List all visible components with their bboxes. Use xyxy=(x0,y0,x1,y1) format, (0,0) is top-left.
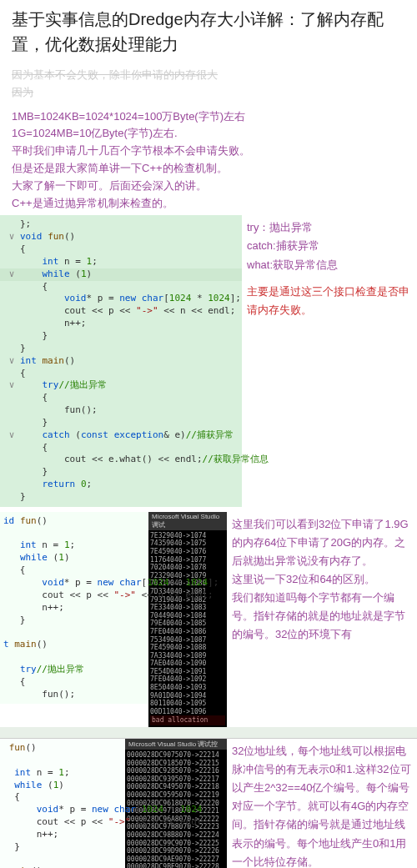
intro-l4: 但是还是跟大家简单讲一下C++的检查机制。 xyxy=(12,160,405,178)
side1-c: what:获取异常信息 xyxy=(247,256,412,274)
intro-l6: C++是通过抛异常机制来检查的。 xyxy=(12,195,405,213)
side-note-2a: 这里我们可以看到32位下申请了1.9G的内存64位下申请了20G的内存。之后就抛… xyxy=(227,512,417,648)
code-block-3: fun() int n = 1; while (1) { void* p = n… xyxy=(0,739,125,868)
side1-a: try：抛出异常 xyxy=(247,218,412,237)
editor-ribbon xyxy=(0,727,417,739)
grey-line-1: 因为基本不会失败，除非你申请的内存很大 xyxy=(12,68,218,81)
side2-b: 这里说一下32位和64的区别。 xyxy=(232,570,412,589)
side2-c-part1: 我们都知道吗每个字节都有一个编号。指针存储的就是的地址就是字节的编号。32位的环… xyxy=(232,589,412,644)
intro-l2: 1G=1024MB=10亿Byte(字节)左右. xyxy=(12,125,405,143)
side-note-1: try：抛出异常 catch:捕获异常 what:获取异常信息 主要是通过这三个… xyxy=(242,215,417,322)
code-block-2: id fun() int n = 1; while (1) { void* p … xyxy=(0,512,148,705)
code-block-1: }; ∨void fun() { int n = 1; ∨ while (1) … xyxy=(0,215,242,506)
side-note-2b: 32位地址线，每个地址线可以根据电脉冲信号的有无表示0和1.这样32位可以产生2… xyxy=(227,739,417,868)
struck-para: 因为基本不会失败，除非你申请的内存很大 因为 xyxy=(0,63,417,105)
intro-l1: 1MB=1024KB=1024*1024=100万Byte(字节)左右 xyxy=(12,108,405,126)
console-output-1: 7E329040->107474359040->10757E459040->10… xyxy=(148,530,227,727)
article-title: 基于实事信息的Dredge内存大小详解：了解内存配置，优化数据处理能力 xyxy=(0,0,417,63)
intro-l3: 平时我们申请几十几百个字节根本不会申请失败。 xyxy=(12,143,405,160)
side1-b: catch:捕获异常 xyxy=(247,237,412,255)
side2-a: 这里我们可以看到32位下申请了1.9G的内存64位下申请了20G的内存。之后就抛… xyxy=(232,515,412,570)
side2-c-part2: 32位地址线，每个地址线可以根据电脉冲信号的有无表示0和1.这样32位可以产生2… xyxy=(232,742,412,868)
intro-l5: 大家了解一下即可。后面还会深入的讲。 xyxy=(12,178,405,195)
console2-head: Microsoft Visual Studio 调试控 xyxy=(125,739,227,750)
intro-paragraph: 1MB=1024KB=1024*1024=100万Byte(字节)左右 1G=1… xyxy=(0,105,417,216)
console1-head: Microsoft Visual Studio 调试 xyxy=(148,512,227,530)
side1-d: 主要是通过这三个接口检查是否申请内存失败。 xyxy=(247,283,412,319)
grey-line-2: 因为 xyxy=(12,86,33,98)
